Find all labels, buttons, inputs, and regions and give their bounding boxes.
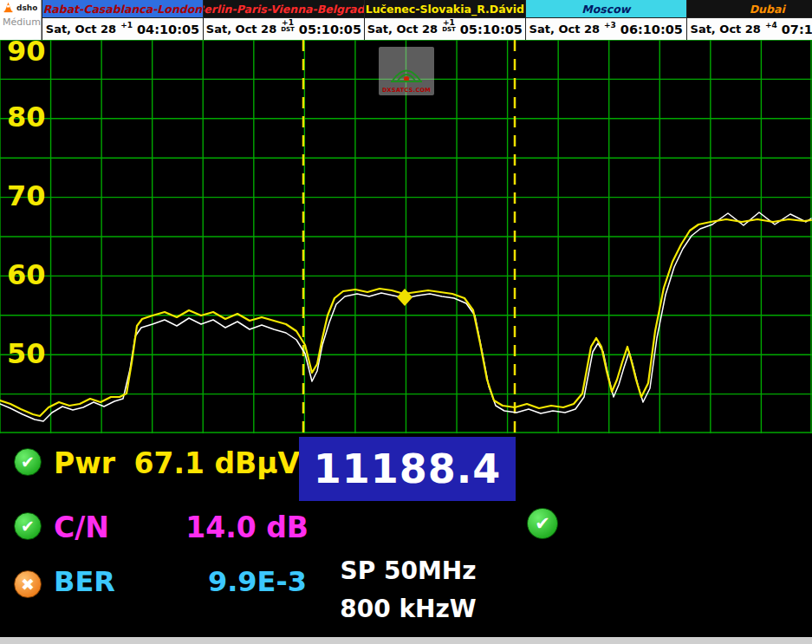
clock-panel: Lučenec-Slovakia_R.Dávid Sat, Oct 28 +1 …	[364, 0, 525, 40]
ber-value: 9.9E-3	[130, 565, 307, 598]
y-axis-label: 70	[7, 179, 46, 212]
rbw-setting-label: 800 kHzW	[319, 595, 497, 623]
vlc-title-text: dsho	[16, 3, 37, 12]
clock-city-label: Rabat-Casablanca-London	[42, 0, 203, 18]
trace-diamond-marker	[397, 289, 412, 306]
y-axis-label: 50	[7, 337, 46, 370]
watermark-logo: DXSATCS.COM	[379, 47, 434, 95]
ber-status-fail-icon: ✖	[14, 570, 42, 598]
lock-status-ok-icon: ✔	[527, 508, 558, 539]
clock-date: Sat, Oct 28	[206, 23, 276, 36]
span-setting-label: SP 50MHz	[319, 556, 497, 585]
analyzer-screen: dsho Médium Rabat-Casablanca-London Sat,…	[0, 0, 812, 644]
clock-panel: Dubai Sat, Oct 28 +4 07:10:05	[686, 0, 812, 40]
clock-time: 06:10:05	[620, 23, 683, 36]
clock-utc-offset: +1	[120, 22, 133, 29]
clock-dst-flag: DST	[281, 27, 295, 33]
world-clock-bar: dsho Médium Rabat-Casablanca-London Sat,…	[0, 0, 812, 40]
cn-value: 14.0 dB	[130, 511, 309, 544]
clock-utc-offset: +4	[765, 22, 777, 29]
watermark-antenna-icon	[387, 59, 425, 87]
clock-city-label: Moscow	[526, 0, 686, 18]
vlc-cone-icon	[3, 2, 14, 13]
watermark-text: DXSATCS.COM	[382, 87, 431, 94]
y-axis-label: 60	[7, 258, 46, 291]
clock-datetime: Sat, Oct 28 +3 06:10:05	[526, 18, 686, 40]
clock-offset-value: +3	[604, 22, 616, 29]
clock-date: Sat, Oct 28	[46, 23, 116, 36]
clock-datetime: Sat, Oct 28 +1 DST 05:10:05	[204, 18, 364, 40]
clock-offset-value: +4	[765, 22, 777, 29]
cn-status-ok-icon: ✔	[14, 512, 42, 540]
y-axis-label: 90	[7, 40, 46, 68]
clock-datetime: Sat, Oct 28 +1 DST 05:10:05	[365, 18, 525, 40]
clock-date: Sat, Oct 28	[367, 23, 438, 36]
clock-date: Sat, Oct 28	[529, 23, 600, 36]
clock-date: Sat, Oct 28	[691, 23, 761, 36]
cn-label: C/N	[54, 511, 109, 544]
vlc-subtitle-text: Médium	[3, 16, 41, 28]
clock-time: 05:10:05	[299, 23, 361, 36]
clock-datetime: Sat, Oct 28 +1 04:10:05	[42, 18, 203, 40]
clock-city-label: Lučenec-Slovakia_R.Dávid	[365, 0, 525, 18]
spectrum-grid-svg	[0, 40, 812, 433]
bottom-edge-strip	[0, 637, 812, 644]
world-clocks: Rabat-Casablanca-London Sat, Oct 28 +1 0…	[42, 0, 812, 40]
clock-offset-value: +1	[120, 22, 133, 29]
clock-city-label: Dubai	[687, 0, 812, 18]
clock-time: 07:10:05	[782, 23, 812, 36]
measurement-panel: ✔ Pwr 67.1 dBµV 11188.4 MHz. ✔ LKM-S2 ✔ …	[0, 433, 812, 637]
clock-utc-offset: +1 DST	[442, 19, 456, 33]
clock-panel: Berlin-Paris-Vienna-Belgrade Sat, Oct 28…	[203, 0, 364, 40]
spectrum-area: DXSATCS.COM 9080706050	[0, 40, 812, 433]
vlc-mini-player: dsho Médium	[0, 0, 42, 40]
clock-datetime: Sat, Oct 28 +4 07:10:05	[687, 18, 812, 40]
clock-time: 05:10:05	[460, 23, 523, 36]
clock-dst-flag: DST	[442, 27, 456, 33]
ber-label: BER	[54, 565, 115, 598]
y-axis-label: 80	[7, 101, 46, 133]
clock-panel: Rabat-Casablanca-London Sat, Oct 28 +1 0…	[42, 0, 203, 40]
pwr-status-ok-icon: ✔	[14, 448, 42, 476]
pwr-value: 67.1 dBµV	[121, 446, 300, 480]
pwr-label: Pwr	[54, 446, 115, 480]
clock-panel: Moscow Sat, Oct 28 +3 06:10:05	[525, 0, 686, 40]
center-frequency-value: 11188.4	[314, 446, 502, 492]
clock-utc-offset: +1 DST	[281, 19, 295, 33]
clock-city-label: Berlin-Paris-Vienna-Belgrade	[204, 0, 364, 18]
center-frequency-display[interactable]: 11188.4	[299, 437, 516, 501]
clock-time: 04:10:05	[137, 23, 199, 36]
clock-utc-offset: +3	[604, 22, 616, 29]
